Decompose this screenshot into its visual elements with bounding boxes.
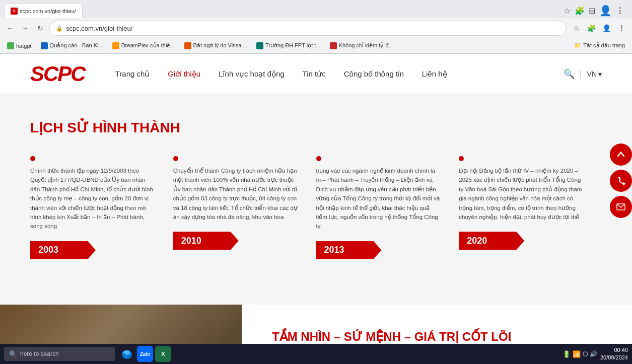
star-icon[interactable]: ☆	[564, 6, 571, 16]
site-header: SCPC Trang chủ Giới thiệu Lĩnh vực hoạt …	[0, 54, 632, 94]
taskbar-zalo-icon[interactable]: Zalo	[137, 346, 153, 362]
timeline-dot	[173, 156, 178, 161]
bookmark-vissai[interactable]: Bất ngờ lý do Vissai...	[181, 41, 250, 50]
wifi-icon: 📶	[573, 350, 581, 358]
bookmark-label: DreamPlex của thiế...	[121, 42, 175, 49]
excel-label: X	[161, 351, 165, 357]
nav-divider: |	[580, 68, 582, 79]
address-text: scpc.com.vn/gioi-thieu/	[66, 25, 132, 32]
nav-cong-bo[interactable]: Công bố thông tin	[344, 69, 404, 79]
nav-linh-vuc[interactable]: Lĩnh vực hoạt động	[219, 69, 285, 79]
edge-browser-icon	[121, 348, 133, 360]
more-icon[interactable]: ⋮	[616, 6, 624, 16]
site-nav: Trang chủ Giới thiệu Lĩnh vực hoạt động …	[115, 69, 564, 79]
active-tab[interactable]: S scpc.com.vn/gioi-thieu/	[4, 3, 83, 18]
browser-chrome: S scpc.com.vn/gioi-thieu/ ☆ 🧩 ⊟ 👤 ⋮ ← → …	[0, 0, 632, 54]
bookmark-label: Không chỉ kiếm tỷ đ...	[339, 42, 393, 49]
timeline-text-2020: Đại hội Đảng bộ lần thứ IV – nhiệm kỳ 20…	[459, 166, 592, 222]
tab-label: scpc.com.vn/gioi-thieu/	[20, 8, 76, 14]
taskbar-time-value: 00:40	[600, 346, 628, 354]
phone-button[interactable]	[610, 170, 632, 192]
timeline-year-2010: 2010	[173, 232, 239, 250]
nav-actions: 🔍 | VN ▾	[564, 68, 602, 80]
bookmark-favicon	[112, 42, 119, 49]
taskbar-edge-icon[interactable]	[119, 346, 135, 362]
reload-button[interactable]: ↻	[34, 22, 46, 34]
taskbar-excel-icon[interactable]: X	[155, 346, 171, 362]
bookmark-fpt[interactable]: Trường ĐH FPT lọt t...	[253, 41, 324, 50]
bookmark-chatgpt[interactable]: hatgpt	[4, 41, 35, 50]
history-title: LỊCH SỬ HÌNH THÀNH	[30, 119, 602, 136]
email-button[interactable]	[610, 196, 632, 218]
taskbar-search[interactable]: 🔍 here to search	[4, 347, 115, 361]
bookmark-favicon	[330, 42, 337, 49]
taskbar-right: 🔋 📶 ⬡ 🔊 00:40 20/09/2024	[563, 346, 628, 362]
site-logo[interactable]: SCPC	[30, 62, 85, 86]
website-content: SCPC Trang chủ Giới thiệu Lĩnh vực hoạt …	[0, 54, 632, 364]
timeline-text-2003: Chính thức thành lập ngày 12/9/2003 theo…	[30, 166, 163, 231]
nav-trang-chu[interactable]: Trang chủ	[115, 69, 150, 79]
extensions-button[interactable]: 🧩	[585, 22, 598, 35]
taskbar-app-icons: Zalo X	[119, 346, 171, 362]
timeline-year-2020: 2020	[459, 232, 524, 250]
timeline-year-2013: 2013	[316, 241, 382, 259]
timeline-dot	[30, 156, 35, 161]
timeline-arrow-2020: 2020	[459, 232, 592, 250]
nav-lien-he[interactable]: Liên hệ	[422, 69, 447, 79]
secure-icon: 🔒	[56, 25, 63, 32]
cast-icon[interactable]: ⊟	[589, 6, 595, 16]
timeline-text-2010: Chuyển thể thành Công ty trách nhiệm hữu…	[173, 166, 306, 222]
side-buttons	[610, 143, 632, 221]
chevron-down-icon: ▾	[598, 70, 602, 78]
bookmark-all[interactable]: 📁 Tất cả dấu trang	[571, 41, 628, 50]
bookmark-label: hatgpt	[16, 43, 32, 49]
nav-tin-tuc[interactable]: Tin tức	[303, 69, 326, 79]
browser-actions: ☆ 🧩 👤 ⋮	[570, 22, 628, 35]
timeline-dot	[459, 156, 464, 161]
forward-button[interactable]: →	[19, 22, 31, 34]
timeline-arrow-2003: 2003	[30, 241, 163, 259]
taskbar-date-value: 20/09/2024	[600, 354, 628, 361]
browser-toolbar: ← → ↻ 🔒 scpc.com.vn/gioi-thieu/ ☆ 🧩 👤 ⋮	[0, 18, 632, 38]
more-options-button[interactable]: ⋮	[615, 22, 628, 35]
browser-tabs: S scpc.com.vn/gioi-thieu/ ☆ 🧩 ⊟ 👤 ⋮	[0, 0, 632, 18]
battery-icon: 🔋	[563, 350, 571, 358]
timeline-year-2003: 2003	[30, 241, 96, 259]
timeline-arrow-2010: 2010	[173, 232, 306, 250]
profile-button[interactable]: 👤	[600, 22, 613, 35]
timeline-arrow-2013: 2013	[316, 241, 449, 259]
taskbar-search-icon: 🔍	[9, 350, 17, 358]
bookmark-dreamplex[interactable]: DreamPlex của thiế...	[109, 41, 178, 50]
zalo-label: Zalo	[140, 351, 151, 357]
bookmark-label: Bất ngờ lý do Vissai...	[193, 42, 247, 49]
tab-favicon: S	[11, 8, 18, 15]
timeline-item-2020: Đại hội Đảng bộ lần thứ IV – nhiệm kỳ 20…	[459, 156, 602, 274]
extensions-icon[interactable]: 🧩	[575, 6, 585, 16]
scroll-top-button[interactable]	[610, 143, 632, 166]
taskbar-sys-icons: 🔋 📶 ⬡ 🔊	[563, 350, 597, 358]
bookmark-quangcao[interactable]: Quảng cáo - Ban Ki...	[38, 41, 106, 50]
bookmarks-bar: hatgpt Quảng cáo - Ban Ki... DreamPlex c…	[0, 38, 632, 53]
bookmark-all-label: Tất cả dấu trang	[583, 42, 625, 49]
timeline-item-2010: Chuyển thể thành Công ty trách nhiệm hữu…	[173, 156, 316, 274]
volume-icon: 🔊	[590, 350, 597, 357]
timeline-container: Chính thức thành lập ngày 12/9/2003 theo…	[30, 156, 602, 274]
bookmark-star-button[interactable]: ☆	[570, 22, 583, 35]
phone-icon	[616, 176, 625, 185]
back-button[interactable]: ←	[4, 22, 16, 34]
search-icon[interactable]: 🔍	[564, 68, 575, 80]
timeline-text-2013: trung vào các ngành nghề kinh doanh chín…	[316, 166, 449, 231]
bookmark-label: Quảng cáo - Ban Ki...	[50, 42, 103, 49]
arrow-up-icon	[616, 150, 625, 159]
bookmark-folder-icon: 📁	[574, 42, 581, 49]
vision-main-title: TẦM NHÌN – SỨ MỆNH – GIÁ TRỊ CỐT LÕI	[272, 330, 602, 344]
taskbar-search-placeholder: here to search	[20, 350, 59, 357]
nav-gioi-thieu[interactable]: Giới thiệu	[168, 69, 200, 79]
profile-icon[interactable]: 👤	[599, 5, 612, 17]
bookmark-favicon	[184, 42, 191, 49]
language-selector[interactable]: VN ▾	[587, 70, 602, 78]
taskbar-clock[interactable]: 00:40 20/09/2024	[600, 346, 628, 362]
bookmark-label: Trường ĐH FPT lọt t...	[265, 42, 321, 49]
bookmark-kiem[interactable]: Không chỉ kiếm tỷ đ...	[327, 41, 396, 50]
address-bar[interactable]: 🔒 scpc.com.vn/gioi-thieu/	[49, 21, 567, 36]
